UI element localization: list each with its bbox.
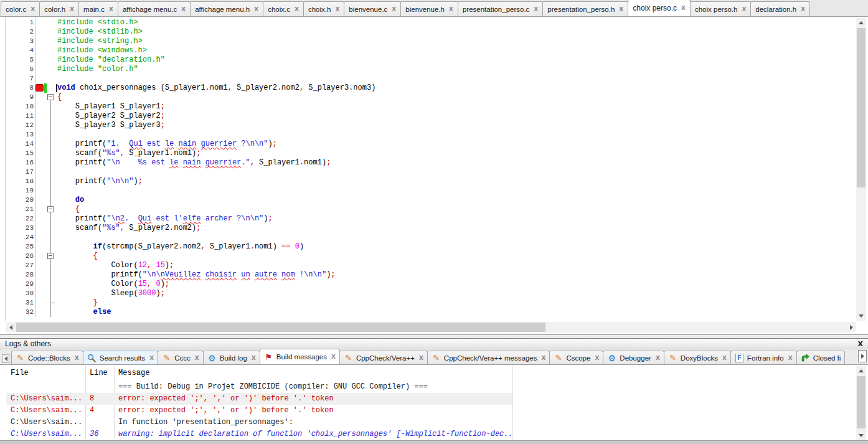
- scroll-right-button[interactable]: [846, 323, 856, 332]
- scroll-up-button[interactable]: [856, 366, 866, 376]
- tab-close-icon[interactable]: X: [295, 6, 299, 12]
- logs-tab-code-blocks[interactable]: ✎Code::BlocksX: [11, 351, 83, 364]
- table-row[interactable]: C:\Users\saim...4error: expected ';', ',…: [6, 405, 512, 417]
- editor-tab-presentation-perso-c[interactable]: presentation_perso.cX: [458, 1, 543, 16]
- code-line[interactable]: 1#include <stdio.h>: [0, 18, 853, 27]
- logs-tab-cppcheck-vera-messages[interactable]: ✎CppCheck/Vera++ messagesX: [427, 351, 550, 364]
- logs-tab-search-results[interactable]: Search resultsX: [83, 351, 158, 364]
- logs-tab-closed-fi[interactable]: Closed fi: [796, 351, 846, 364]
- code-line[interactable]: 26 {: [0, 252, 853, 261]
- code-editor[interactable]: 1#include <stdio.h>2#include <stdlib.h>3…: [0, 17, 868, 335]
- logs-tab-cppcheck-vera[interactable]: ✎CppCheck/Vera++X: [339, 351, 428, 364]
- tab-close-icon[interactable]: X: [331, 354, 336, 360]
- logs-tab-build-messages[interactable]: ⚑Build messagesX: [260, 349, 340, 364]
- editor-tab-declaration-h[interactable]: declaration.hX: [750, 1, 810, 16]
- code-line[interactable]: 23 scanf("%s", S_player2.nom2);: [0, 224, 853, 233]
- tab-close-icon[interactable]: X: [254, 6, 258, 12]
- code-line[interactable]: 4#include <windows.h>: [0, 46, 853, 55]
- editor-tab-choix-c[interactable]: choix.cX: [263, 1, 304, 16]
- table-row[interactable]: C:\Users\saim...36warning: implicit decl…: [6, 428, 512, 440]
- code-line[interactable]: 29 Color(15, 0);: [0, 280, 853, 289]
- tab-close-icon[interactable]: X: [801, 6, 805, 12]
- tab-close-icon[interactable]: X: [70, 6, 74, 12]
- logs-tab-cscope[interactable]: ✎CscopeX: [549, 351, 603, 364]
- code-line[interactable]: 16 printf("\n %s est le nain guerrier.",…: [0, 158, 853, 168]
- editor-tab-choix-perso-c[interactable]: choix perso.cX: [628, 0, 691, 16]
- code-line[interactable]: 2#include <stdlib.h>: [0, 27, 853, 37]
- tab-close-icon[interactable]: X: [75, 355, 79, 361]
- code-line[interactable]: 11 S_player2 S_player2;: [0, 111, 853, 121]
- code-line[interactable]: 17: [0, 168, 853, 177]
- tab-close-icon[interactable]: X: [149, 355, 154, 361]
- editor-tab-color-h[interactable]: color.hX: [39, 1, 79, 16]
- tab-close-icon[interactable]: X: [541, 355, 545, 361]
- tab-close-icon[interactable]: X: [742, 6, 746, 12]
- tab-close-icon[interactable]: X: [109, 6, 113, 12]
- scroll-up-button[interactable]: [856, 18, 866, 27]
- code-line[interactable]: 30 Sleep(3000);: [0, 289, 853, 298]
- code-line[interactable]: 31 }: [0, 298, 853, 308]
- scroll-left-button[interactable]: [6, 323, 16, 332]
- tab-close-icon[interactable]: X: [656, 355, 660, 361]
- tab-close-icon[interactable]: X: [252, 355, 256, 361]
- code-line[interactable]: 6#include "color.h": [0, 65, 853, 74]
- editor-tab-presentation-perso-h[interactable]: presentation_perso.hX: [542, 1, 628, 16]
- table-row[interactable]: C:\Users\saim...8error: expected ';', ',…: [6, 393, 512, 405]
- scroll-down-button[interactable]: [856, 311, 866, 321]
- editor-tab-choix-h[interactable]: choix.hX: [303, 1, 344, 16]
- editor-tab-bienvenue-c[interactable]: bienvenue.cX: [344, 1, 401, 16]
- tab-close-icon[interactable]: X: [722, 355, 727, 361]
- tab-close-icon[interactable]: X: [534, 6, 538, 12]
- code-line[interactable]: 28 printf("\n\nVeuillez choisir un autre…: [0, 270, 853, 280]
- table-row[interactable]: C:\Users\saim...In function 'presentatio…: [6, 417, 512, 428]
- code-line[interactable]: 13: [0, 130, 853, 139]
- tab-close-icon[interactable]: X: [681, 5, 686, 11]
- editor-horizontal-scrollbar[interactable]: [6, 322, 856, 333]
- editor-hscroll-thumb[interactable]: [16, 323, 545, 332]
- code-line[interactable]: 8void choix_personnages (S_player1.nom1,…: [0, 83, 853, 93]
- tab-close-icon[interactable]: X: [392, 6, 396, 12]
- logs-tabs-scroll-right-button[interactable]: [858, 350, 867, 362]
- tab-close-icon[interactable]: X: [419, 355, 423, 361]
- logs-vscroll-thumb[interactable]: [857, 376, 866, 428]
- scroll-down-button[interactable]: [856, 431, 866, 440]
- code-line[interactable]: 25 if(strcmp(S_player2.nom2, S_player1.n…: [0, 242, 853, 252]
- code-line[interactable]: 3#include <string.h>: [0, 37, 853, 46]
- tab-close-icon[interactable]: X: [31, 6, 35, 12]
- editor-vscroll-thumb[interactable]: [857, 28, 866, 187]
- tab-close-icon[interactable]: X: [595, 355, 599, 361]
- code-line[interactable]: 20 do: [0, 196, 853, 205]
- editor-vertical-scrollbar[interactable]: [856, 18, 866, 321]
- code-line[interactable]: 10 S_player1 S_player1;: [0, 102, 853, 111]
- code-line[interactable]: 19: [0, 186, 853, 196]
- fold-collapse-icon[interactable]: [47, 253, 54, 259]
- code-line[interactable]: 32 else: [0, 308, 853, 317]
- editor-tab-bienvenue-h[interactable]: bienvenue.hX: [400, 1, 458, 16]
- editor-tab-color-c[interactable]: color.cX: [1, 1, 40, 16]
- code-line[interactable]: 12 S_player3 S_player3;: [0, 121, 853, 130]
- tab-close-icon[interactable]: X: [449, 6, 453, 12]
- code-line[interactable]: 27 Color(12, 15);: [0, 261, 853, 270]
- code-line[interactable]: 14 printf("1. Qui est le nain guerrier ?…: [0, 139, 853, 149]
- tab-close-icon[interactable]: X: [335, 6, 339, 12]
- logs-tab-doxyblocks[interactable]: ✎DoxyBlocksX: [664, 351, 731, 364]
- logs-tab-fortran-info[interactable]: FFortran infoX: [730, 351, 797, 364]
- code-line[interactable]: 5#include "declaration.h": [0, 55, 853, 65]
- fold-collapse-icon[interactable]: [47, 94, 54, 100]
- logs-tab-build-log[interactable]: ⚙Build logX: [203, 351, 260, 364]
- logs-vertical-scrollbar[interactable]: [856, 366, 866, 440]
- table-row[interactable]: === Build: Debug in Projet ZOMBICIDE (co…: [6, 381, 512, 393]
- tab-close-icon[interactable]: X: [195, 355, 199, 361]
- code-line[interactable]: 15 scanf("%s", S_player1.nom1);: [0, 149, 853, 158]
- code-line[interactable]: 18 printf("\n\n");: [0, 177, 853, 186]
- code-line[interactable]: 22 printf("\n2. Qui est l'elfe archer ?\…: [0, 214, 853, 224]
- editor-tab-main-c[interactable]: main.cX: [78, 1, 118, 16]
- code-line[interactable]: 9{: [0, 93, 853, 102]
- logs-panel-close-button[interactable]: X: [858, 340, 863, 348]
- logs-tab-debugger[interactable]: ⚙DebuggerX: [603, 351, 664, 364]
- editor-tab-affichage-menu-h[interactable]: affichage menu.hX: [190, 1, 263, 16]
- code-line[interactable]: 7: [0, 74, 853, 83]
- logs-tabs-scroll-left-button[interactable]: [2, 354, 9, 363]
- fold-collapse-icon[interactable]: [47, 206, 54, 212]
- code-line[interactable]: 24: [0, 233, 853, 242]
